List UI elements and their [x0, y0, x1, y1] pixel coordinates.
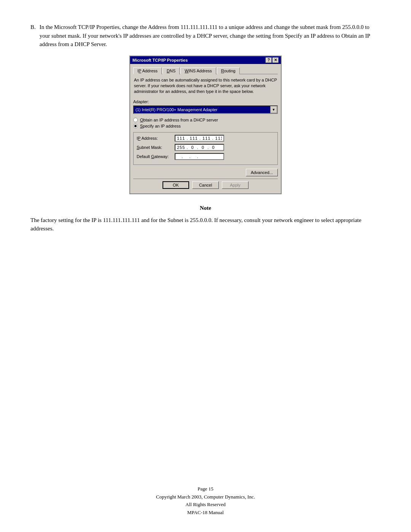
note-section: Note The factory setting for the IP is 1…	[30, 205, 381, 233]
radio-dhcp[interactable]: Obtain an IP address from a DHCP server	[133, 118, 278, 122]
note-heading: Note	[30, 205, 381, 211]
dialog-titlebar: Microsoft TCP/IP Properties ? ✕	[130, 56, 281, 64]
footer: Page 15 Copyright March 2003, Computer D…	[0, 485, 411, 517]
close-button[interactable]: ✕	[272, 58, 279, 63]
dialog-title: Microsoft TCP/IP Properties	[132, 58, 188, 62]
intro-section: B. In the Microsoft TCP/IP Properties, c…	[30, 23, 381, 49]
ip-address-input[interactable]	[175, 135, 224, 142]
tab-routing[interactable]: Routing	[217, 67, 240, 74]
subnet-mask-input[interactable]	[175, 144, 224, 151]
intro-letter: B.	[30, 23, 36, 49]
titlebar-buttons: ? ✕	[266, 58, 279, 63]
advanced-area: Advanced...	[133, 169, 278, 176]
tab-ip-address[interactable]: IP Address	[133, 67, 162, 74]
ok-button[interactable]: OK	[162, 181, 189, 189]
footer-line2: Copyright March 2003, Computer Dynamics,…	[0, 493, 411, 501]
adapter-value: (1) Intel(R) PRO/100+ Management Adapter	[134, 106, 270, 113]
dialog-wrapper: Microsoft TCP/IP Properties ? ✕ IP Addre…	[30, 56, 381, 194]
dialog-body: IP Address DNS WINS Address Routing An I…	[130, 64, 281, 193]
dialog-buttons: OK Cancel Apply	[133, 179, 278, 190]
advanced-button[interactable]: Advanced...	[246, 169, 278, 176]
adapter-select[interactable]: (1) Intel(R) PRO/100+ Management Adapter…	[133, 105, 278, 114]
radio-specify-label: Specify an IP address	[140, 124, 181, 128]
tab-bar: IP Address DNS WINS Address Routing	[133, 67, 278, 74]
tcp-ip-dialog: Microsoft TCP/IP Properties ? ✕ IP Addre…	[129, 56, 282, 194]
radio-specify[interactable]: Specify an IP address	[133, 124, 278, 128]
ip-address-label: IP Address:	[137, 136, 175, 141]
ip-fields-groupbox: IP Address: Subnet Mask: Default Gateway…	[133, 132, 278, 165]
tab-wins[interactable]: WINS Address	[180, 67, 216, 74]
radio-group: Obtain an IP address from a DHCP server …	[133, 118, 278, 128]
footer-line1: Page 15	[0, 485, 411, 493]
default-gateway-input[interactable]	[175, 153, 224, 160]
tab-ip-label: IP Address	[137, 69, 158, 73]
default-gateway-row: Default Gateway:	[137, 153, 274, 160]
note-text: The factory setting for the IP is 111.11…	[30, 216, 381, 233]
default-gateway-label: Default Gateway:	[137, 154, 175, 159]
tab-wins-label: WINS Address	[185, 69, 212, 73]
ip-address-row: IP Address:	[137, 135, 274, 142]
help-button[interactable]: ?	[266, 58, 272, 63]
page-content: B. In the Microsoft TCP/IP Properties, c…	[30, 23, 381, 233]
radio-dhcp-circle[interactable]	[133, 118, 138, 122]
tab-dns-label: DNS	[167, 69, 175, 73]
footer-line3: All Rights Reserved	[0, 501, 411, 509]
subnet-mask-label: Subnet Mask:	[137, 145, 175, 150]
tab-dns[interactable]: DNS	[162, 67, 180, 74]
adapter-label: Adapter:	[133, 99, 278, 104]
footer-line4: MPAC-18 Manual	[0, 509, 411, 517]
adapter-dropdown-arrow[interactable]: ▼	[270, 106, 277, 113]
tab-routing-label: Routing	[221, 69, 236, 73]
radio-specify-circle[interactable]	[133, 124, 138, 128]
intro-paragraph: In the Microsoft TCP/IP Properties, chan…	[40, 23, 381, 49]
cancel-button[interactable]: Cancel	[192, 181, 219, 189]
radio-dhcp-label: Obtain an IP address from a DHCP server	[140, 118, 218, 122]
subnet-mask-row: Subnet Mask:	[137, 144, 274, 151]
apply-button[interactable]: Apply	[222, 181, 249, 189]
description-text: An IP address can be automatically assig…	[133, 77, 278, 95]
